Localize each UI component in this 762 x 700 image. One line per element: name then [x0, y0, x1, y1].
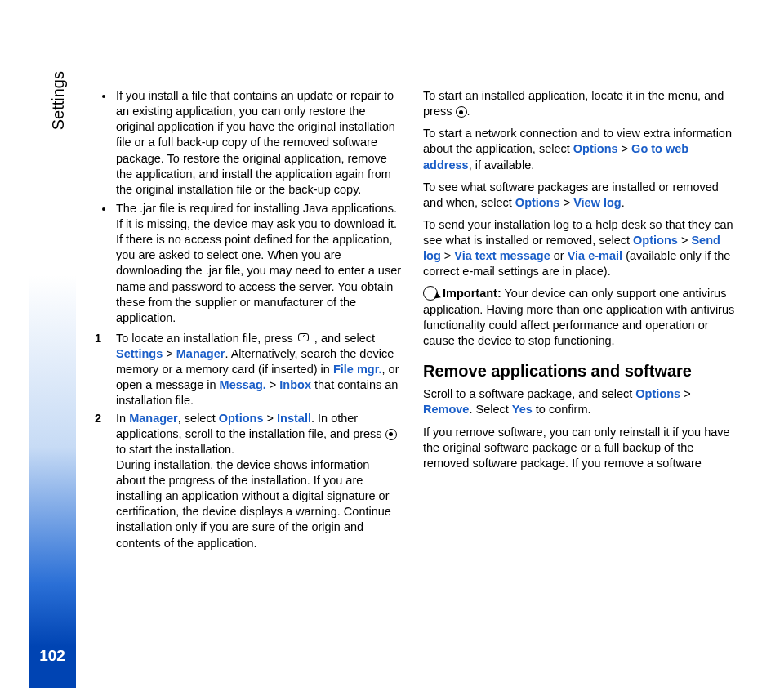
ui-ref-inbox: Inbox [279, 378, 311, 391]
ui-ref-file-mgr: File mgr. [333, 363, 382, 376]
paragraph: To see what software packages are instal… [423, 180, 735, 211]
important-note: Important: Your device can only support … [423, 286, 735, 349]
ui-ref-manager: Manager [129, 412, 178, 425]
important-label: Important: [443, 287, 501, 300]
paragraph: To send your installation log to a help … [423, 217, 735, 280]
text: . Select [469, 403, 511, 416]
ui-ref-via-email: Via e-mail [568, 249, 622, 262]
paragraph: To start an installed application, locat… [423, 88, 735, 119]
text: During installation, the device shows in… [116, 457, 402, 551]
page: Settings 102 If you install a file that … [0, 0, 762, 700]
ui-ref-install: Install [277, 412, 311, 425]
center-key-icon [456, 106, 467, 118]
text: to confirm. [533, 403, 591, 416]
center-key-icon [385, 429, 397, 440]
step-list: To locate an installation file, press , … [90, 331, 402, 551]
ui-ref-settings: Settings [116, 347, 163, 360]
text: To locate an installation file, press [116, 332, 296, 345]
text: . [467, 105, 470, 118]
bullet-list: If you install a file that contains an u… [90, 88, 402, 326]
ui-ref-manager: Manager [176, 347, 225, 360]
text: Scroll to a software package, and select [423, 387, 635, 400]
bullet-item: If you install a file that contains an u… [114, 88, 402, 198]
ui-ref-options: Options [515, 196, 560, 209]
text: > [680, 387, 691, 400]
ui-ref-remove: Remove [423, 403, 469, 416]
text: > [560, 196, 574, 209]
section-label: Settings [29, 90, 76, 111]
text: > [266, 378, 280, 391]
ui-ref-messag: Messag. [220, 378, 266, 391]
step-item: To locate an installation file, press , … [90, 331, 402, 409]
ui-ref-via-text: Via text message [454, 249, 550, 262]
heading-remove-apps: Remove applications and software [423, 360, 735, 381]
paragraph: If you remove software, you can only rei… [423, 425, 735, 471]
paragraph: To start a network connection and to vie… [423, 126, 735, 172]
text: . [622, 196, 625, 209]
bullet-item: The .jar file is required for installing… [114, 201, 402, 326]
ui-ref-view-log: View log [573, 196, 622, 209]
text: > [618, 142, 632, 155]
section-label-text: Settings [47, 71, 69, 130]
ui-ref-yes: Yes [512, 403, 533, 416]
text: , select [178, 412, 219, 425]
step-item: In Manager, select Options > Install. In… [90, 411, 402, 551]
text: > [163, 347, 176, 360]
paragraph: Scroll to a software package, and select… [423, 386, 735, 417]
menu-key-icon [296, 332, 311, 344]
content-body: If you install a file that contains an u… [90, 88, 735, 578]
text: or [550, 249, 568, 262]
text: to start the installation. [116, 443, 234, 456]
text: In [116, 412, 129, 425]
text: > [678, 234, 692, 247]
page-number: 102 [29, 645, 76, 666]
important-icon [423, 286, 438, 301]
ui-ref-options: Options [635, 387, 680, 400]
ui-ref-options: Options [633, 234, 678, 247]
text: , and select [311, 332, 375, 345]
text: > [264, 412, 278, 425]
text: , if available. [469, 158, 535, 172]
text: > [441, 249, 455, 262]
ui-ref-options: Options [219, 412, 264, 425]
ui-ref-options: Options [573, 142, 618, 155]
